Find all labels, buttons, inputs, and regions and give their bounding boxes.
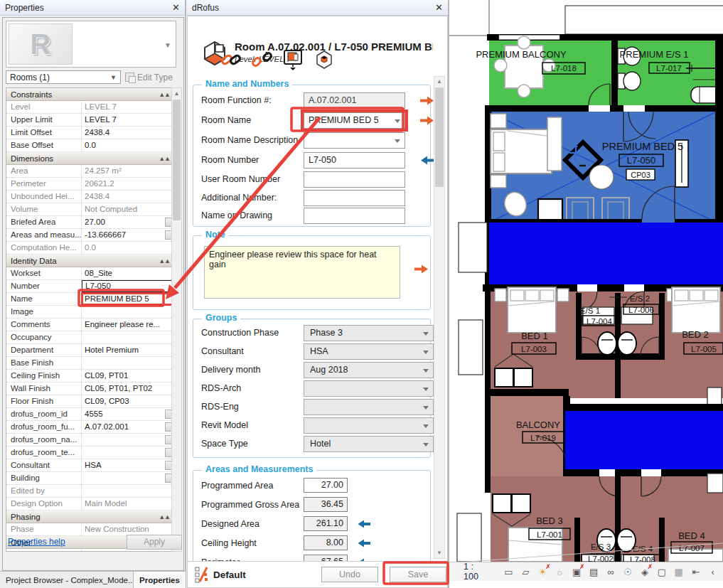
- floor-plan-view[interactable]: PREMIUM BALCONY L7-018 PREMIUM E/S 1 PR …: [449, 0, 723, 588]
- crop-view-icon[interactable]: ▤: [588, 566, 600, 578]
- room-label[interactable]: PREMIUM BED 5: [602, 141, 683, 152]
- room-label[interactable]: PREMIUM E/S 1: [620, 49, 689, 60]
- undo-button[interactable]: Undo: [321, 567, 378, 582]
- collapse-bar-icon[interactable]: ‹: [707, 566, 719, 578]
- room-number-label[interactable]: L7-017: [656, 64, 682, 73]
- rendering-dialog-icon[interactable]: ▣✗: [571, 566, 583, 578]
- corridor[interactable]: [489, 223, 723, 284]
- room-label[interactable]: E/S 3: [591, 542, 611, 551]
- room-label[interactable]: BED 2: [682, 329, 709, 340]
- property-row[interactable]: Upper Limit LEVEL 7: [6, 114, 174, 127]
- programmed-area-field[interactable]: 27.00: [304, 478, 348, 493]
- property-row[interactable]: Comments Engineer please re...: [6, 319, 174, 331]
- scroll-thumb[interactable]: [173, 100, 181, 220]
- property-row[interactable]: Perimeter 20621.2: [6, 178, 174, 191]
- corridor-lobby[interactable]: [565, 411, 723, 469]
- apply-button[interactable]: Apply: [127, 535, 182, 550]
- section-header-phasing[interactable]: Phasing▲▲: [6, 511, 174, 523]
- name-on-drawing-field[interactable]: [304, 208, 405, 224]
- reveal-hidden-elements-icon[interactable]: ☉: [622, 566, 634, 578]
- type-preview[interactable]: R ▼: [6, 21, 176, 68]
- property-row[interactable]: Workset 08_Site: [6, 267, 174, 280]
- property-row[interactable]: Number L7-050: [6, 280, 174, 293]
- room-number-field[interactable]: L7-050: [304, 152, 405, 169]
- property-row[interactable]: Department Hotel Premium: [6, 344, 174, 357]
- property-row[interactable]: Consultant HSA: [6, 459, 174, 472]
- tab-project-browser[interactable]: Project Browser - Complex_Mode...: [0, 572, 134, 588]
- scroll-thumb[interactable]: [435, 87, 444, 187]
- view-scale-button[interactable]: 1 : 100: [464, 562, 491, 582]
- room-name-dropdown[interactable]: PREMIUM BED 5: [304, 112, 405, 129]
- room-label[interactable]: E/S 1: [580, 306, 600, 315]
- delivery-month-dropdown[interactable]: Aug 2018: [304, 362, 434, 378]
- perimeter-field[interactable]: 67.65: [304, 555, 348, 561]
- scroll-down-icon[interactable]: ▼: [434, 548, 444, 558]
- room-number-label[interactable]: L7-001: [537, 530, 562, 539]
- property-row[interactable]: Base Finish: [6, 357, 174, 370]
- room-number-label[interactable]: L7-018: [551, 64, 577, 73]
- property-row[interactable]: Computation He... 0.0: [6, 242, 174, 255]
- edit-type-button[interactable]: Edit Type: [125, 70, 182, 84]
- programmed-gross-area-field[interactable]: 36.45: [304, 497, 348, 512]
- drofus-scrollbar[interactable]: ▲ ▼: [434, 76, 445, 559]
- section-header-identity-data[interactable]: Identity Data▲▲: [6, 255, 174, 267]
- profile-name[interactable]: Default: [213, 570, 246, 580]
- rds-eng-dropdown[interactable]: [304, 399, 434, 415]
- property-row[interactable]: drofus_room_na...: [6, 434, 174, 447]
- room-label[interactable]: PREMIUM BALCONY: [476, 49, 566, 60]
- push-to-drofus-arrow-icon[interactable]: [414, 264, 429, 276]
- link-room-icon[interactable]: [220, 50, 242, 69]
- property-row[interactable]: Base Offset 0.0: [6, 139, 174, 152]
- room-number-label[interactable]: L7-005: [691, 345, 717, 353]
- shadows-icon[interactable]: ☼: [554, 566, 566, 578]
- reveal-constraints-icon[interactable]: ⇤: [690, 566, 702, 578]
- visual-style-icon[interactable]: ▱: [520, 566, 532, 578]
- section-header-constraints[interactable]: Constraints▲▲: [6, 88, 174, 101]
- unlink-room-icon[interactable]: [252, 50, 273, 69]
- displacement-sets-icon[interactable]: ▦: [673, 566, 685, 578]
- property-row[interactable]: Edited by: [6, 485, 174, 498]
- property-row[interactable]: Occupancy: [6, 331, 174, 344]
- property-row[interactable]: drofus_room_fu... A.07.02.001: [6, 421, 174, 434]
- note-textarea[interactable]: Engineer please review this space for he…: [204, 246, 400, 299]
- scroll-up-icon[interactable]: ▲: [434, 77, 444, 87]
- room-number-label[interactable]: L7-008: [630, 555, 655, 562]
- properties-help-link[interactable]: Properties help: [6, 537, 65, 547]
- property-row[interactable]: Building: [6, 472, 174, 485]
- user-room-number-field[interactable]: [304, 171, 405, 188]
- property-row[interactable]: Ceiling Finish CL09, PT01: [6, 370, 174, 383]
- property-row[interactable]: Briefed Area 27.00: [6, 216, 174, 229]
- floor-finish-tag[interactable]: CP03: [631, 171, 650, 179]
- properties-scrollbar[interactable]: ▲ ▼: [171, 87, 182, 552]
- floor-plan-drawing[interactable]: PREMIUM BALCONY L7-018 PREMIUM E/S 1 PR …: [449, 0, 723, 562]
- property-row[interactable]: Wall Finish CL05, PT01, PT02: [6, 383, 174, 395]
- pull-from-revit-arrow-icon[interactable]: [357, 539, 371, 550]
- ceiling-height-field[interactable]: 8.00: [304, 535, 348, 550]
- detail-level-icon[interactable]: ▭: [503, 566, 515, 578]
- property-row[interactable]: Area 24.257 m²: [6, 165, 174, 178]
- temporary-view-properties-icon[interactable]: ▢: [655, 566, 668, 578]
- analytical-model-icon[interactable]: ◈✗: [638, 566, 650, 578]
- pull-from-revit-arrow-icon[interactable]: [357, 520, 371, 530]
- room-number-label[interactable]: L7-019: [530, 434, 556, 442]
- property-row[interactable]: drofus_room_te...: [6, 447, 174, 459]
- close-icon[interactable]: ✕: [435, 3, 443, 12]
- property-row[interactable]: Limit Offset 2438.4: [6, 127, 174, 139]
- room-number-label[interactable]: L7-002: [588, 555, 614, 562]
- room-name-description-dropdown[interactable]: [304, 132, 405, 149]
- room-number-label[interactable]: L7-050: [627, 155, 655, 166]
- construction-phase-dropdown[interactable]: Phase 3: [304, 325, 434, 341]
- property-row[interactable]: Image: [6, 306, 174, 319]
- room-label[interactable]: BED 3: [536, 515, 563, 526]
- push-to-drofus-arrow-icon[interactable]: [419, 116, 435, 127]
- room-label[interactable]: BALCONY X: [516, 419, 569, 430]
- designed-area-field[interactable]: 261.10: [304, 516, 348, 531]
- sun-path-icon[interactable]: ☀✗: [537, 566, 549, 578]
- room-label[interactable]: BED 4: [678, 530, 705, 541]
- property-row[interactable]: Name PREMIUM BED 5: [6, 293, 174, 306]
- room-number-label[interactable]: L7-006: [628, 306, 654, 314]
- type-selector-chevron-icon[interactable]: ▼: [164, 41, 171, 49]
- pull-from-revit-arrow-icon[interactable]: [419, 156, 435, 167]
- property-row[interactable]: Level LEVEL 7: [6, 101, 174, 114]
- collapse-icon[interactable]: ▲▲: [159, 91, 170, 98]
